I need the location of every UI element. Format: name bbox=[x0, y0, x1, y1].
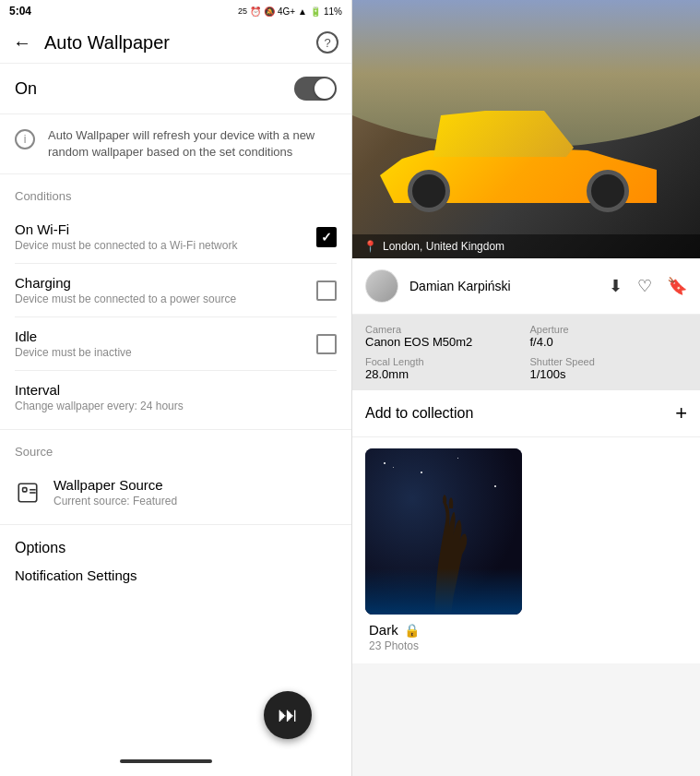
interval-title: Interval bbox=[15, 382, 337, 398]
photo-info: Damian Karpiński ⬇ ♡ 🔖 bbox=[352, 258, 700, 315]
condition-wifi: On Wi-Fi Device must be connected to a W… bbox=[0, 210, 351, 263]
on-row: On bbox=[0, 64, 351, 114]
wifi-title: On Wi-Fi bbox=[15, 221, 303, 237]
wifi-checkbox[interactable] bbox=[316, 227, 337, 247]
meta-camera: Camera Canon EOS M50m2 bbox=[365, 324, 523, 349]
charging-title: Charging bbox=[15, 275, 303, 291]
notification-settings-row[interactable]: Notification Settings bbox=[0, 564, 351, 594]
source-section-label: Source bbox=[0, 430, 351, 466]
list-item: Dark 🔒 23 Photos bbox=[365, 448, 522, 652]
help-button[interactable]: ? bbox=[316, 31, 338, 54]
collections-section: Add to collection + bbox=[352, 390, 700, 437]
source-desc: Current source: Featured bbox=[53, 495, 337, 507]
options-section: Options Notification Settings bbox=[0, 524, 351, 594]
collection-grid: Dark 🔒 23 Photos bbox=[352, 437, 700, 663]
like-icon[interactable]: ♡ bbox=[637, 276, 652, 296]
meta-shutter-value: 1/100s bbox=[530, 367, 688, 381]
meta-focal: Focal Length 28.0mm bbox=[365, 356, 523, 381]
scroll-indicator-left bbox=[120, 759, 212, 763]
meta-aperture: Aperture f/4.0 bbox=[530, 324, 688, 349]
silent-icon: 🔕 bbox=[264, 6, 275, 17]
on-toggle[interactable] bbox=[294, 77, 337, 101]
photo-meta: Camera Canon EOS M50m2 Aperture f/4.0 Fo… bbox=[352, 315, 700, 390]
location-bar: 📍 London, United Kingdom bbox=[352, 234, 700, 258]
wheel-left bbox=[408, 170, 450, 212]
meta-aperture-value: f/4.0 bbox=[530, 335, 688, 349]
network-icon: 4G+ bbox=[278, 6, 295, 17]
source-title: Wallpaper Source bbox=[53, 477, 337, 493]
meta-focal-value: 28.0mm bbox=[365, 367, 523, 381]
photo-actions: ⬇ ♡ 🔖 bbox=[609, 276, 687, 296]
skip-next-icon: ⏭ bbox=[278, 703, 298, 727]
meta-focal-label: Focal Length bbox=[365, 356, 523, 367]
idle-checkbox[interactable] bbox=[316, 334, 337, 354]
toggle-knob bbox=[314, 78, 335, 99]
options-label: Options bbox=[0, 525, 351, 564]
source-section: Source Wallpaper Source Current source: … bbox=[0, 429, 351, 519]
collections-title: Add to collection bbox=[365, 405, 473, 422]
status-bar-left: 5:04 25 ⏰ 🔕 4G+ ▲ 🔋 11% bbox=[0, 0, 351, 22]
left-panel: 5:04 25 ⏰ 🔕 4G+ ▲ 🔋 11% ← Auto Wallpaper… bbox=[0, 0, 351, 776]
alarm-icon: ⏰ bbox=[250, 6, 261, 17]
wifi-desc: Device must be connected to a Wi-Fi netw… bbox=[15, 239, 303, 252]
add-collection-button[interactable]: + bbox=[675, 401, 687, 425]
bookmark-icon[interactable]: 🔖 bbox=[667, 276, 687, 296]
idle-title: Idle bbox=[15, 328, 303, 344]
charging-checkbox[interactable] bbox=[316, 281, 337, 301]
interval-desc: Change wallpaper every: 24 hours bbox=[15, 400, 337, 412]
back-button[interactable]: ← bbox=[13, 32, 31, 54]
wallpaper-source-row[interactable]: Wallpaper Source Current source: Feature… bbox=[0, 466, 351, 519]
photographer-name: Damian Karpiński bbox=[409, 279, 598, 293]
photo-hero: 📍 London, United Kingdom bbox=[352, 0, 700, 258]
lock-icon: 🔒 bbox=[404, 623, 420, 638]
car-roof bbox=[426, 111, 574, 157]
collection-count-dark: 23 Photos bbox=[369, 639, 518, 652]
download-icon[interactable]: ⬇ bbox=[609, 276, 623, 296]
header: ← Auto Wallpaper ? bbox=[0, 22, 351, 64]
status-icons-left: 25 ⏰ 🔕 4G+ ▲ 🔋 11% bbox=[238, 6, 342, 17]
meta-shutter: Shutter Speed 1/100s bbox=[530, 356, 688, 381]
location-text: London, United Kingdom bbox=[383, 240, 504, 253]
conditions-section-label: Conditions bbox=[0, 174, 351, 210]
status-time-left: 5:04 bbox=[9, 5, 31, 18]
wheel-right bbox=[587, 170, 629, 212]
car-silhouette bbox=[371, 101, 666, 221]
condition-charging: Charging Device must be connected to a p… bbox=[0, 264, 351, 316]
meta-camera-value: Canon EOS M50m2 bbox=[365, 335, 523, 349]
on-label: On bbox=[15, 79, 37, 99]
info-section: i Auto Wallpaper will refresh your devic… bbox=[0, 114, 351, 174]
page-title: Auto Wallpaper bbox=[44, 32, 303, 54]
kb-indicator: 25 bbox=[238, 6, 247, 16]
signal-icon: ▲ bbox=[298, 6, 307, 17]
meta-shutter-label: Shutter Speed bbox=[530, 356, 688, 367]
collection-name-dark: Dark 🔒 bbox=[369, 622, 518, 638]
charging-desc: Device must be connected to a power sour… bbox=[15, 292, 303, 305]
condition-idle: Idle Device must be inactive bbox=[0, 317, 351, 370]
meta-aperture-label: Aperture bbox=[530, 324, 688, 335]
collection-info-dark: Dark 🔒 23 Photos bbox=[365, 615, 522, 652]
location-pin-icon: 📍 bbox=[363, 240, 377, 253]
info-text: Auto Wallpaper will refresh your device … bbox=[48, 127, 337, 161]
svg-rect-1 bbox=[23, 487, 27, 491]
idle-desc: Device must be inactive bbox=[15, 346, 303, 359]
wallpaper-source-icon bbox=[15, 480, 41, 506]
interval-row: Interval Change wallpaper every: 24 hour… bbox=[0, 371, 351, 424]
collection-thumb-dark[interactable] bbox=[365, 448, 522, 615]
right-panel: 5:04 KB ⏰ 🔕 4G+ ▲ 🔋 11% ← ⬆ ⋮ bbox=[351, 0, 700, 776]
avatar bbox=[365, 269, 398, 303]
meta-camera-label: Camera bbox=[365, 324, 523, 335]
info-icon: i bbox=[15, 129, 35, 149]
fab-button[interactable]: ⏭ bbox=[264, 691, 312, 739]
battery-percent: 11% bbox=[324, 6, 342, 17]
battery-icon: 🔋 bbox=[310, 6, 321, 17]
